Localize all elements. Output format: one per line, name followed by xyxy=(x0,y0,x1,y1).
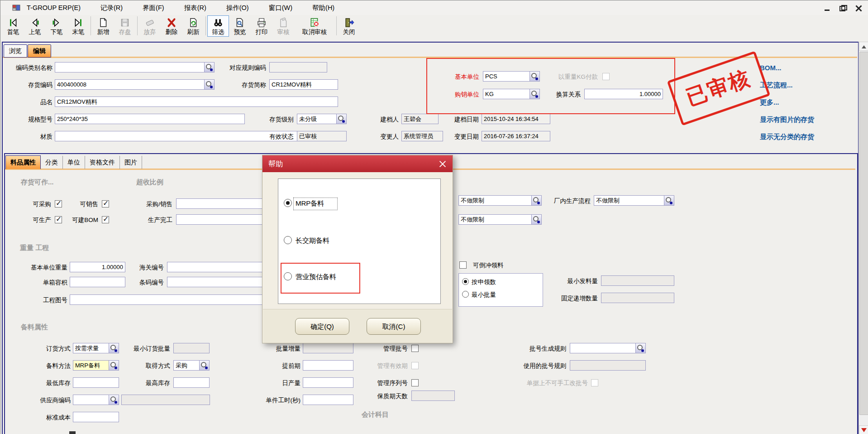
option-long-leadtime-label[interactable]: 长交期备料 xyxy=(296,236,329,245)
menu-help[interactable]: 帮助(H) xyxy=(312,4,334,12)
ok-button[interactable]: 确定(Q) xyxy=(295,318,349,335)
std-cost-input[interactable] xyxy=(73,412,119,422)
min-batch-radio[interactable] xyxy=(462,291,469,298)
menu-record[interactable]: 记录(R) xyxy=(100,4,123,12)
item-name-input[interactable]: CR12MOV精料 xyxy=(55,96,338,107)
purchase-sale-input[interactable] xyxy=(176,198,263,209)
lookup-icon[interactable] xyxy=(109,361,119,370)
restriction-input-2[interactable]: 不做限制 xyxy=(458,214,542,225)
min-stock-input[interactable] xyxy=(73,377,119,388)
menu-interface[interactable]: 界面(F) xyxy=(143,4,164,12)
level-input[interactable]: 未分级 xyxy=(297,114,347,124)
acquire-mode-input[interactable]: 采购 xyxy=(173,360,210,371)
leadtime-input[interactable] xyxy=(303,360,353,371)
base-unit-input[interactable]: PCS xyxy=(483,71,540,82)
lookup-icon[interactable] xyxy=(199,361,209,370)
option-mrp-label[interactable]: MRP备料 xyxy=(296,199,324,208)
lookup-icon[interactable] xyxy=(664,196,674,205)
purchasable-checkbox[interactable] xyxy=(55,200,62,207)
coding-category-input[interactable] xyxy=(55,62,215,72)
menu-tgroup-erp[interactable]: T-GROUP ERP(E) xyxy=(27,4,81,11)
tab-images[interactable]: 图片 xyxy=(120,156,142,169)
menu-report[interactable]: 报表(R) xyxy=(184,4,206,12)
toolbar-first-button[interactable]: 首笔 xyxy=(2,15,24,37)
batch-rule-input[interactable] xyxy=(570,343,646,353)
toolbar-close-form-button[interactable]: 关闭 xyxy=(338,15,360,37)
barcode-input[interactable] xyxy=(167,277,263,287)
tab-browse[interactable]: 浏览 xyxy=(4,44,27,58)
spec-input[interactable]: 250*240*35 xyxy=(55,114,245,124)
tab-unit[interactable]: 单位 xyxy=(63,156,85,169)
lookup-icon[interactable] xyxy=(109,343,119,353)
lookup-icon[interactable] xyxy=(204,80,214,89)
max-stock-input[interactable] xyxy=(173,377,210,388)
item-abbr-input[interactable]: CR12MOV精料 xyxy=(269,79,338,90)
lookup-icon[interactable] xyxy=(204,63,214,72)
bomable-checkbox[interactable] xyxy=(102,216,109,223)
link-bom[interactable]: BOM... xyxy=(760,64,782,72)
menu-operation[interactable]: 操作(O) xyxy=(226,4,249,12)
link-show-uncategorized[interactable]: 显示无分类的存货 xyxy=(760,133,814,141)
restore-icon[interactable] xyxy=(839,5,847,11)
lookup-icon[interactable] xyxy=(635,343,645,353)
toolbar-last-button[interactable]: 末笔 xyxy=(67,15,89,37)
minimize-icon[interactable] xyxy=(824,5,831,11)
option-mrp-radio[interactable] xyxy=(284,199,292,207)
help-dialog-titlebar[interactable]: 帮助 xyxy=(262,155,453,172)
material-input[interactable] xyxy=(55,131,338,141)
option-long-leadtime-radio[interactable] xyxy=(284,236,292,244)
menu-window[interactable]: 窗口(W) xyxy=(269,4,292,12)
drawing-no-input[interactable] xyxy=(70,294,263,305)
lookup-icon[interactable] xyxy=(529,72,539,81)
option-sales-forecast-label[interactable]: 营业预估备料 xyxy=(296,272,336,281)
link-more[interactable]: 更多... xyxy=(760,98,779,107)
lookup-icon[interactable] xyxy=(336,114,346,124)
tab-category[interactable]: 分类 xyxy=(41,156,63,169)
unit-time-input[interactable] xyxy=(303,395,353,405)
toolbar-prev-button[interactable]: 上笔 xyxy=(24,15,46,37)
backflush-checkbox[interactable] xyxy=(459,261,467,269)
toolbar-preview-button[interactable]: 预览 xyxy=(229,15,251,37)
sellable-checkbox[interactable] xyxy=(102,200,109,207)
rule-code-input[interactable] xyxy=(269,62,327,72)
factory-flow-input[interactable]: 不做限制 xyxy=(594,195,674,206)
lookup-icon[interactable] xyxy=(529,89,539,99)
conversion-input[interactable]: 1.00000 xyxy=(584,89,663,99)
toolbar-cancel-audit-button[interactable]: 取消审核 xyxy=(294,15,335,37)
dialog-close-icon[interactable] xyxy=(438,159,447,169)
base-weight-input[interactable]: 1.00000 xyxy=(70,262,125,272)
production-done-input[interactable] xyxy=(176,214,263,225)
supplier-code-input[interactable] xyxy=(73,395,119,405)
scroll-up-icon[interactable] xyxy=(859,42,868,51)
producible-checkbox[interactable] xyxy=(55,216,62,223)
option-sales-forecast-radio[interactable] xyxy=(284,272,292,280)
link-show-with-images[interactable]: 显示有图片的存货 xyxy=(760,116,814,124)
toolbar-filter-button[interactable]: 筛选 xyxy=(207,15,229,37)
daily-output-input[interactable] xyxy=(303,377,353,388)
tab-qualification-files[interactable]: 资格文件 xyxy=(85,156,120,169)
lookup-icon[interactable] xyxy=(531,196,541,205)
manage-serial-checkbox[interactable] xyxy=(411,379,419,386)
scroll-down-icon[interactable] xyxy=(859,425,868,434)
item-code-input[interactable]: 400400008 xyxy=(55,79,215,90)
lookup-icon[interactable] xyxy=(109,395,119,405)
restriction-input-1[interactable]: 不做限制 xyxy=(458,195,542,206)
prep-method-input[interactable]: MRP备料 xyxy=(73,360,119,371)
tab-item-attributes[interactable]: 料品属性 xyxy=(5,155,41,169)
order-mode-input[interactable]: 按需求量 xyxy=(73,343,119,353)
toolbar-new-button[interactable]: 新增 xyxy=(92,15,114,37)
toolbar-print-button[interactable]: 打印 xyxy=(251,15,272,37)
manage-batch-checkbox[interactable] xyxy=(411,345,419,352)
cancel-button[interactable]: 取消(C) xyxy=(367,318,421,335)
trade-unit-input[interactable]: KG xyxy=(483,89,540,99)
tab-edit[interactable]: 编辑 xyxy=(28,44,51,58)
toolbar-refresh-button[interactable]: 刷新 xyxy=(182,15,204,37)
scrollbar-thumb[interactable] xyxy=(859,52,868,415)
vertical-scrollbar[interactable] xyxy=(858,42,868,434)
customs-code-input[interactable] xyxy=(167,262,263,272)
close-icon[interactable] xyxy=(855,5,862,11)
toolbar-delete-button[interactable]: 删除 xyxy=(161,15,182,37)
box-volume-input[interactable] xyxy=(70,277,125,287)
toolbar-next-button[interactable]: 下笔 xyxy=(46,15,67,37)
by-apply-qty-radio[interactable] xyxy=(462,278,469,285)
